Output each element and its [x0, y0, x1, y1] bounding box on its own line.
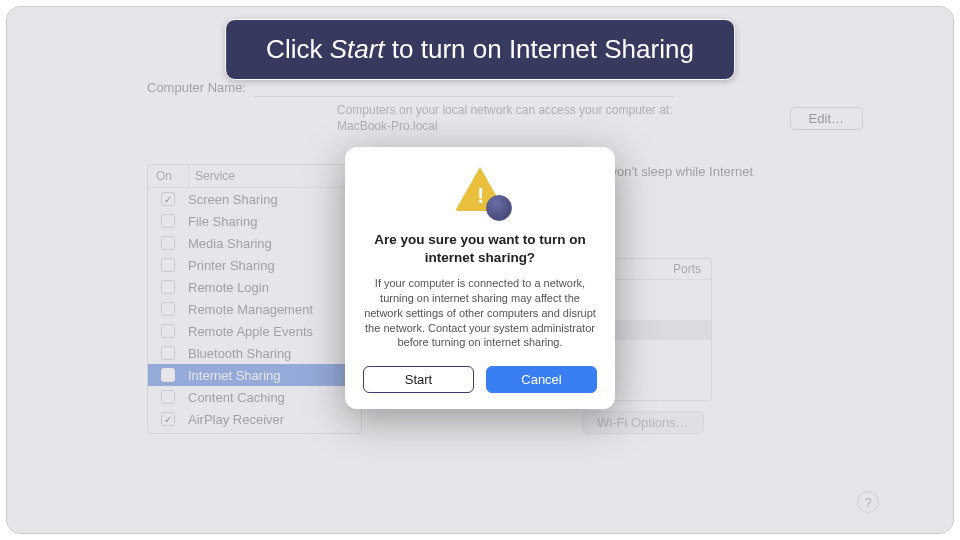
service-checkbox[interactable]: ✓ [161, 412, 175, 426]
service-label: Internet Sharing [188, 368, 281, 383]
service-row[interactable]: Bluetooth Sharing [148, 342, 361, 364]
service-row[interactable]: Internet Sharing [148, 364, 361, 386]
computer-name-label: Computer Name: [147, 80, 246, 95]
warning-icon [452, 167, 508, 217]
start-button[interactable]: Start [363, 366, 474, 393]
service-row[interactable]: ✓Screen Sharing [148, 188, 361, 210]
banner-emphasis: Start [330, 34, 385, 64]
service-checkbox[interactable] [161, 236, 175, 250]
service-row[interactable]: Printer Sharing [148, 254, 361, 276]
service-row[interactable]: Remote Apple Events [148, 320, 361, 342]
service-row[interactable]: Remote Management [148, 298, 361, 320]
service-list: On Service ✓Screen SharingFile SharingMe… [147, 164, 362, 434]
service-label: Media Sharing [188, 236, 272, 251]
service-row[interactable]: Remote Login [148, 276, 361, 298]
banner-suffix: to turn on Internet Sharing [385, 34, 694, 64]
sharing-pref-icon [486, 195, 512, 221]
service-checkbox[interactable] [161, 302, 175, 316]
service-checkbox[interactable] [161, 214, 175, 228]
service-row[interactable]: File Sharing [148, 210, 361, 232]
banner-prefix: Click [266, 34, 330, 64]
service-checkbox[interactable] [161, 280, 175, 294]
service-label: Screen Sharing [188, 192, 278, 207]
service-label: Remote Apple Events [188, 324, 313, 339]
dialog-title: Are you sure you want to turn on interne… [363, 231, 597, 266]
dialog-body: If your computer is connected to a netwo… [363, 276, 597, 350]
service-checkbox[interactable] [161, 324, 175, 338]
service-label: AirPlay Receiver [188, 412, 284, 427]
service-checkbox[interactable] [161, 346, 175, 360]
edit-button[interactable]: Edit… [790, 107, 863, 130]
service-label: Printer Sharing [188, 258, 275, 273]
service-label: Remote Login [188, 280, 269, 295]
service-row[interactable]: Media Sharing [148, 232, 361, 254]
col-header-service: Service [188, 165, 361, 187]
help-button[interactable]: ? [857, 491, 879, 513]
confirm-dialog: Are you sure you want to turn on interne… [345, 147, 615, 409]
service-label: Content Caching [188, 390, 285, 405]
service-label: File Sharing [188, 214, 257, 229]
service-label: Remote Management [188, 302, 313, 317]
computer-name-input[interactable] [254, 77, 674, 97]
service-checkbox[interactable] [161, 368, 175, 382]
col-header-on: On [148, 165, 188, 187]
service-checkbox[interactable]: ✓ [161, 192, 175, 206]
service-checkbox[interactable] [161, 258, 175, 272]
cancel-button[interactable]: Cancel [486, 366, 597, 393]
instruction-banner: Click Start to turn on Internet Sharing [225, 19, 735, 80]
service-checkbox[interactable] [161, 390, 175, 404]
service-row[interactable]: ✓AirPlay Receiver [148, 408, 361, 430]
service-row[interactable]: Content Caching [148, 386, 361, 408]
service-label: Bluetooth Sharing [188, 346, 291, 361]
wifi-options-button[interactable]: Wi-Fi Options… [582, 411, 704, 434]
